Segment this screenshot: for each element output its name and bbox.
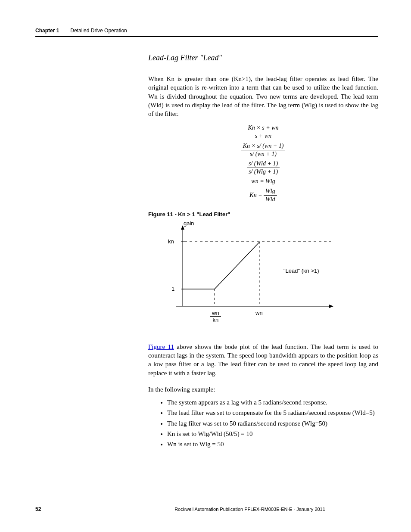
eq4: wn = Wlg [148,177,378,185]
list-item: Kn is set to Wlg/Wld (50/5) = 10 [167,429,378,438]
page-footer: 52 Rockwell Automation Publication PFLEX… [35,506,378,512]
eq3-denominator: s/ (Wlg + 1) [247,168,280,176]
example-list: The system appears as a lag with a 5 rad… [148,398,378,448]
y-axis-label: gain [184,220,194,227]
svg-marker-3 [329,305,333,308]
bode-plot-svg [159,220,339,332]
publication-info: Rockwell Automation Publication PFLEX-RM… [121,507,378,512]
eq1-numerator: Kn × s + wn [246,124,280,132]
list-item: The lag filter was set to 50 radians/sec… [167,419,378,428]
y-tick-kn: kn [168,238,174,245]
list-item: The system appears as a lag with a 5 rad… [167,398,378,407]
chapter-label: Chapter 1 [35,28,59,34]
page-number: 52 [35,506,121,512]
x-tick1-den: kn [210,317,221,323]
paragraph-2-rest: above shows the bode plot of the lead fu… [148,343,378,376]
equation-block: Kn × s + wn s + wn Kn × s/ (wn + 1) s/ (… [148,124,378,203]
eq2-numerator: Kn × s/ (wn + 1) [241,142,286,150]
figure-caption: Figure 11 - Kn > 1 "Lead Filter" [148,211,378,218]
list-item: The lead filter was set to compensate fo… [167,408,378,417]
eq3-numerator: s/ (Wld + 1) [247,160,280,168]
list-item: Wn is set to Wlg = 50 [167,440,378,448]
x-tick2: wn [255,310,263,316]
eq5-lhs: Kn = [249,191,264,198]
y-tick-1: 1 [171,286,174,292]
paragraph-2: Figure 11 above shows the bode plot of t… [148,342,378,377]
page-header: Chapter 1 Detailed Drive Operation [35,28,378,37]
x-tick1-num: wn [210,310,221,317]
section-subtitle: Lead-Lag Filter "Lead" [148,53,378,62]
paragraph-3: In the following example: [148,385,378,394]
chapter-title: Detailed Drive Operation [70,28,127,34]
eq5-numerator: Wlg [264,187,277,196]
plot-annotation: "Lead" (kn >1) [283,268,319,274]
eq1-denominator: s + wn [246,132,280,140]
lead-filter-figure: gain kn 1 wn kn wn "Lead" (kn >1) [159,220,339,332]
eq5-denominator: Wld [264,196,277,203]
paragraph-1: When Kn is greater than one (Kn>1), the … [148,75,378,118]
eq2-denominator: s/ (wn + 1) [241,150,286,158]
figure-11-link[interactable]: Figure 11 [148,343,174,350]
